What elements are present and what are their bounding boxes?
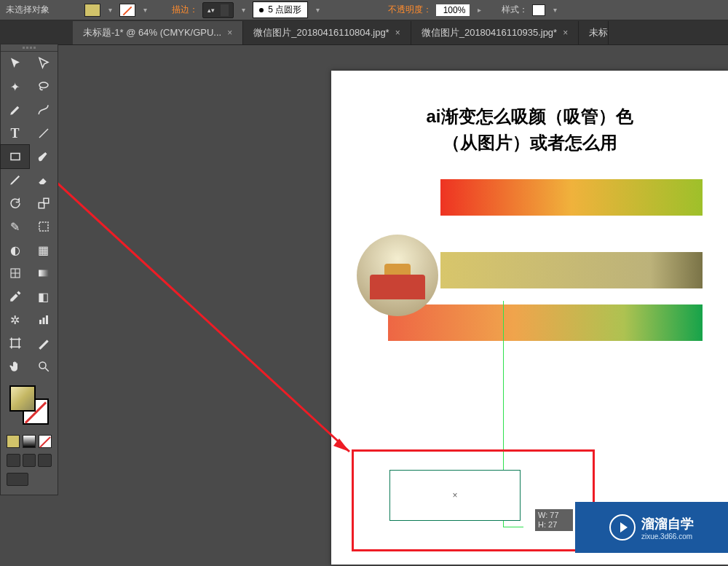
svg-rect-7 [39, 270, 49, 277]
width-tool-icon[interactable]: ✎ [1, 215, 29, 238]
eyedropper-tool-icon[interactable] [1, 285, 29, 308]
shape-builder-tool-icon[interactable]: ◐ [1, 238, 29, 262]
selection-status: 未选择对象 [6, 4, 50, 16]
pencil-tool-icon[interactable] [1, 168, 29, 192]
fill-dropdown-icon[interactable]: ▾ [105, 5, 115, 15]
gradient-bar-2[interactable] [440, 252, 703, 288]
document-tab[interactable]: 微信图片_20180416110804.jpg* × [243, 21, 411, 44]
panel-grip[interactable] [1, 44, 58, 52]
direct-selection-tool-icon[interactable] [29, 52, 58, 75]
magic-wand-tool-icon[interactable]: ✦ [1, 75, 29, 98]
svg-line-13 [45, 368, 49, 372]
play-icon [609, 514, 636, 541]
tools-panel: ✦ T ✎ ◐ ▦ ◧ ✲ [0, 44, 58, 495]
watermark-url: zixue.3d66.com [641, 532, 694, 541]
perspective-grid-tool-icon[interactable]: ▦ [29, 238, 58, 262]
slice-tool-icon[interactable] [29, 331, 58, 355]
document-tab[interactable]: 微信图片_20180416110935.jpg* × [411, 21, 579, 44]
style-swatch[interactable] [532, 4, 545, 16]
tab-label: 微信图片_20180416110935.jpg* [422, 26, 557, 39]
style-label: 样式： [502, 4, 528, 16]
color-mode-gradient-icon[interactable] [23, 435, 36, 448]
tab-label: 未标题-1* @ 64% (CMYK/GPU... [83, 26, 221, 39]
svg-point-0 [39, 82, 48, 88]
stroke-profile-dropdown-icon[interactable]: ▾ [312, 5, 323, 15]
pen-tool-icon[interactable] [1, 98, 29, 122]
close-icon[interactable]: × [227, 28, 232, 38]
selection-tool-icon[interactable] [1, 52, 29, 75]
svg-point-12 [39, 362, 46, 369]
rectangle-tool-icon[interactable] [1, 145, 29, 168]
zoom-tool-icon[interactable] [29, 355, 58, 378]
stroke-weight-value [221, 4, 229, 16]
blend-tool-icon[interactable]: ◧ [29, 285, 58, 308]
gradient-tool-icon[interactable] [29, 262, 58, 285]
close-icon[interactable]: × [395, 28, 400, 38]
stroke-dropdown-icon[interactable]: ▾ [140, 5, 150, 15]
sample-image-circle[interactable] [357, 235, 438, 316]
stroke-label: 描边： [172, 4, 198, 16]
gradient-bar-1[interactable] [440, 179, 703, 216]
hand-tool-icon[interactable] [1, 355, 29, 378]
color-mode-none-icon[interactable] [39, 435, 52, 448]
style-dropdown-icon[interactable]: ▾ [550, 5, 560, 15]
svg-rect-10 [46, 315, 48, 324]
control-bar: 未选择对象 ▾ ▾ 描边： ▴▾ ▾ 5 点圆形 ▾ 不透明度： 100% ▸ … [0, 0, 728, 20]
svg-rect-9 [42, 318, 44, 324]
artwork-title: ai渐变怎么吸颜（吸管）色 （从图片）或者怎么用 [331, 103, 728, 156]
gradient-bar-3[interactable] [388, 304, 703, 341]
draw-mode-behind-icon[interactable] [23, 454, 36, 467]
document-tab[interactable]: 未标题-1* @ 64% (CMYK/GPU... × [73, 21, 243, 44]
watermark: 溜溜自学 zixue.3d66.com [575, 502, 728, 553]
stroke-weight-dropdown-icon[interactable]: ▾ [238, 5, 248, 15]
svg-rect-2 [11, 154, 20, 160]
fill-color-box[interactable] [9, 385, 36, 412]
column-graph-tool-icon[interactable] [29, 308, 58, 331]
center-mark-icon: × [452, 490, 457, 500]
opacity-dropdown-icon[interactable]: ▸ [474, 5, 484, 15]
opacity-value[interactable]: 100% [436, 4, 470, 16]
type-tool-icon[interactable]: T [1, 122, 29, 145]
svg-rect-11 [11, 339, 19, 347]
screen-mode-icon[interactable] [7, 473, 28, 486]
svg-line-14 [58, 170, 349, 452]
symbol-sprayer-tool-icon[interactable]: ✲ [1, 308, 29, 331]
opacity-label: 不透明度： [388, 4, 432, 16]
draw-mode-normal-icon[interactable] [7, 454, 20, 467]
stroke-weight-stepper[interactable]: ▴▾ [202, 2, 234, 18]
tab-label: 微信图片_20180416110804.jpg* [253, 26, 389, 39]
stroke-swatch[interactable] [119, 4, 135, 17]
curvature-tool-icon[interactable] [29, 98, 58, 122]
artboard: ai渐变怎么吸颜（吸管）色 （从图片）或者怎么用 × W: 77 H: 27 [331, 71, 728, 565]
document-tabs: 未标题-1* @ 64% (CMYK/GPU... × 微信图片_2018041… [0, 20, 728, 45]
fill-swatch[interactable] [84, 4, 100, 17]
mesh-tool-icon[interactable] [1, 262, 29, 285]
lasso-tool-icon[interactable] [29, 75, 58, 98]
scale-tool-icon[interactable] [29, 192, 58, 215]
svg-rect-8 [39, 320, 41, 324]
svg-line-1 [39, 129, 48, 138]
stroke-profile[interactable]: 5 点圆形 [253, 1, 308, 18]
eraser-tool-icon[interactable] [29, 168, 58, 192]
free-transform-tool-icon[interactable] [29, 215, 58, 238]
fill-stroke-block [1, 378, 58, 432]
svg-rect-5 [39, 222, 48, 231]
color-mode-solid-icon[interactable] [7, 435, 20, 448]
rotate-tool-icon[interactable] [1, 192, 29, 215]
workspace: ai渐变怎么吸颜（吸管）色 （从图片）或者怎么用 × W: 77 H: 27 [58, 45, 728, 566]
document-tab[interactable]: 未标 [579, 21, 609, 44]
new-rectangle-shape[interactable]: × [389, 470, 521, 521]
tab-label: 未标 [589, 26, 608, 39]
artboard-tool-icon[interactable] [1, 331, 29, 355]
dimension-readout: W: 77 H: 27 [535, 509, 573, 531]
draw-mode-inside-icon[interactable] [38, 454, 52, 467]
paintbrush-tool-icon[interactable] [29, 145, 58, 168]
line-tool-icon[interactable] [29, 122, 58, 145]
watermark-brand: 溜溜自学 [641, 515, 694, 532]
close-icon[interactable]: × [563, 28, 568, 38]
